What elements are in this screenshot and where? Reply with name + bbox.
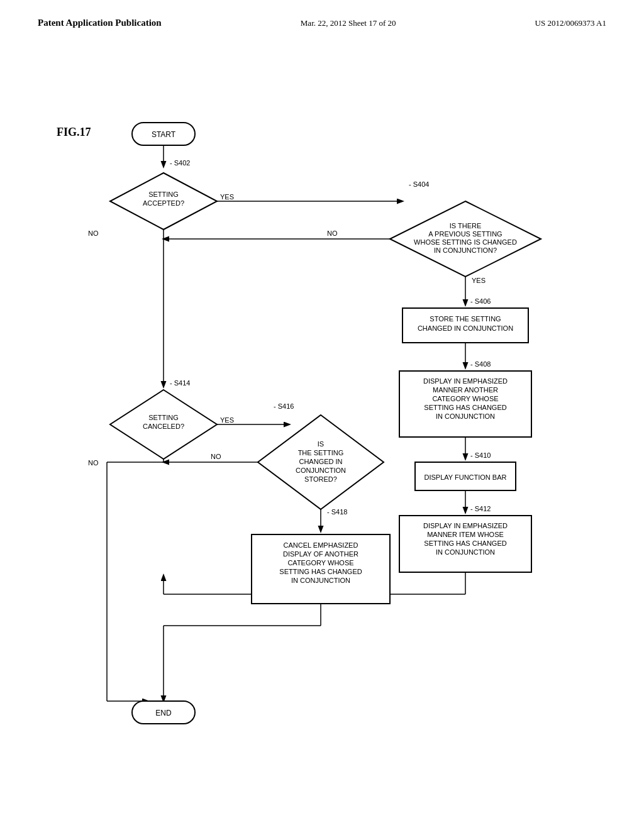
svg-text:WHOSE SETTING IS CHANGED: WHOSE SETTING IS CHANGED <box>414 238 517 246</box>
svg-text:CHANGED IN CONJUNCTION: CHANGED IN CONJUNCTION <box>418 324 513 332</box>
svg-text:SETTING HAS CHANGED: SETTING HAS CHANGED <box>424 404 506 411</box>
svg-text:A PREVIOUS SETTING: A PREVIOUS SETTING <box>428 230 502 238</box>
s414-label: - S414 <box>170 379 190 387</box>
s416-yes: - S418 <box>327 508 347 516</box>
svg-text:CATEGORY WHOSE: CATEGORY WHOSE <box>287 559 353 567</box>
s402-label: - S402 <box>170 159 190 167</box>
svg-text:CONJUNCTION: CONJUNCTION <box>296 467 346 474</box>
s404-label: - S404 <box>409 180 429 188</box>
svg-text:STORE THE SETTING: STORE THE SETTING <box>430 315 501 323</box>
svg-text:CANCELED?: CANCELED? <box>143 423 184 430</box>
svg-text:SETTING HAS CHANGED: SETTING HAS CHANGED <box>424 540 506 547</box>
header-right: US 2012/0069373 A1 <box>535 18 606 28</box>
end-node: END <box>155 709 172 717</box>
svg-text:SETTING: SETTING <box>148 414 179 421</box>
svg-text:THE SETTING: THE SETTING <box>298 449 344 456</box>
svg-text:IN CONJUNCTION: IN CONJUNCTION <box>291 577 350 584</box>
svg-text:IN CONJUNCTION: IN CONJUNCTION <box>436 412 495 420</box>
header-center: Mar. 22, 2012 Sheet 17 of 20 <box>301 18 396 28</box>
svg-text:DISPLAY IN EMPHASIZED: DISPLAY IN EMPHASIZED <box>423 377 508 385</box>
s416-label: - S416 <box>274 402 294 410</box>
diagram-container: START - S402 SETTING ACCEPTED? YES NO - … <box>50 97 597 758</box>
start-node: START <box>152 130 176 139</box>
s410-label: - S410 <box>470 451 491 459</box>
s404-yes: YES <box>472 277 486 284</box>
s402-yes: YES <box>220 193 234 201</box>
svg-text:DISPLAY FUNCTION BAR: DISPLAY FUNCTION BAR <box>424 473 506 481</box>
svg-text:IS: IS <box>318 440 324 448</box>
svg-text:DISPLAY OF ANOTHER: DISPLAY OF ANOTHER <box>283 550 358 558</box>
header-left: Patent Application Publication <box>38 18 162 28</box>
svg-text:IS THERE: IS THERE <box>450 222 482 230</box>
s402-text-1: SETTING <box>148 191 179 198</box>
svg-text:MANNER ANOTHER: MANNER ANOTHER <box>433 386 498 394</box>
s414-no: NO <box>88 459 99 467</box>
s404-no: NO <box>327 230 338 237</box>
svg-text:MANNER ITEM WHOSE: MANNER ITEM WHOSE <box>427 531 504 538</box>
svg-text:IN CONJUNCTION: IN CONJUNCTION <box>436 548 495 556</box>
s414-yes: YES <box>220 416 234 424</box>
s402-no: NO <box>88 230 99 237</box>
s408-label: - S408 <box>470 360 491 368</box>
svg-text:DISPLAY IN EMPHASIZED: DISPLAY IN EMPHASIZED <box>423 522 508 529</box>
svg-text:CHANGED IN: CHANGED IN <box>299 458 342 465</box>
svg-text:SETTING HAS CHANGED: SETTING HAS CHANGED <box>279 568 362 575</box>
s406-label: - S406 <box>470 297 491 305</box>
s416-no: NO <box>211 453 221 460</box>
svg-text:STORED?: STORED? <box>304 475 337 483</box>
svg-text:IN CONJUNCTION?: IN CONJUNCTION? <box>434 246 497 254</box>
svg-text:CATEGORY WHOSE: CATEGORY WHOSE <box>432 395 498 402</box>
svg-text:CANCEL EMPHASIZED: CANCEL EMPHASIZED <box>284 541 358 549</box>
s402-text-2: ACCEPTED? <box>143 199 184 207</box>
s412-label: - S412 <box>470 505 491 512</box>
